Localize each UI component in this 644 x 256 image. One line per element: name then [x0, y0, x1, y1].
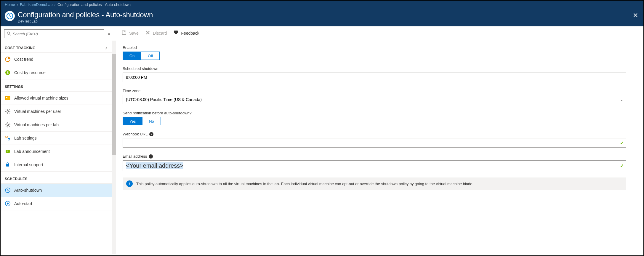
- collapse-sidebar-button[interactable]: «: [106, 31, 112, 36]
- webhook-label-text: Webhook URL: [123, 132, 148, 136]
- info-icon[interactable]: i: [149, 154, 153, 159]
- sidebar-item-label: Cost by resource: [14, 70, 46, 75]
- chevron-up-icon[interactable]: ∧: [105, 46, 108, 50]
- breadcrumb-sep: ›: [17, 2, 18, 7]
- sidebar-item-label: Lab announcement: [14, 149, 50, 154]
- toolbar: Save Discard Feedback: [116, 26, 643, 40]
- svg-point-1: [7, 32, 10, 34]
- section-title: COST TRACKING: [5, 46, 36, 50]
- sidebar-item-label: Auto-shutdown: [14, 188, 42, 193]
- sidebar-item-auto-shutdown[interactable]: Auto-shutdown: [1, 184, 112, 197]
- section-settings: SETTINGS: [1, 79, 112, 92]
- breadcrumb-current: Configuration and policies - Auto-shutdo…: [57, 2, 131, 7]
- breadcrumb-home[interactable]: Home: [5, 2, 15, 7]
- svg-point-27: [8, 138, 10, 140]
- breadcrumb-lab[interactable]: FabrikamDemoLab: [20, 2, 53, 7]
- support-icon: [5, 162, 11, 168]
- notify-no[interactable]: No: [142, 117, 161, 125]
- svg-line-22: [6, 123, 7, 124]
- svg-line-14: [9, 113, 9, 113]
- feedback-button[interactable]: Feedback: [173, 30, 199, 36]
- email-label-text: Email address: [123, 154, 147, 159]
- sidebar-item-label: Auto-start: [14, 201, 32, 206]
- sidebar-item-vms-per-lab[interactable]: Virtual machines per lab: [1, 118, 112, 132]
- svg-line-25: [9, 123, 9, 124]
- search-box[interactable]: [4, 29, 104, 38]
- svg-marker-33: [7, 202, 9, 205]
- close-button[interactable]: ✕: [633, 12, 638, 19]
- sidebar-item-label: Virtual machines per user: [14, 109, 61, 114]
- chart-icon: [5, 56, 11, 62]
- scheduled-shutdown-input[interactable]: [123, 73, 626, 82]
- notify-toggle[interactable]: Yes No: [123, 117, 161, 125]
- discard-button[interactable]: Discard: [145, 30, 167, 36]
- page-subtitle: DevTest Lab: [18, 19, 153, 23]
- section-cost-tracking: COST TRACKING ∧: [1, 41, 112, 53]
- gear-icon: [5, 122, 11, 128]
- svg-rect-7: [6, 97, 7, 98]
- timezone-value[interactable]: [123, 95, 626, 104]
- feedback-label: Feedback: [181, 31, 199, 36]
- sidebar-item-cost-by-resource[interactable]: $ Cost by resource: [1, 66, 112, 79]
- info-icon[interactable]: i: [149, 132, 153, 136]
- timezone-label: Time zone: [123, 89, 626, 93]
- page-title: Configuration and policies - Auto-shutdo…: [18, 11, 153, 19]
- main-content: Save Discard Feedback Enabled On: [116, 26, 643, 254]
- section-title: SETTINGS: [5, 85, 23, 89]
- clock-icon: [5, 187, 11, 193]
- breadcrumb-sep: ›: [55, 2, 56, 7]
- search-input[interactable]: [13, 32, 101, 36]
- webhook-input[interactable]: [123, 138, 626, 148]
- webhook-label: Webhook URL i: [123, 132, 626, 136]
- sidebar-item-lab-settings[interactable]: Lab settings: [1, 132, 112, 145]
- discard-icon: [145, 30, 150, 36]
- settings-icon: [5, 135, 11, 141]
- email-input[interactable]: <Your email address>: [123, 160, 626, 171]
- blade-header: Configuration and policies - Auto-shutdo…: [1, 9, 643, 26]
- svg-point-17: [7, 124, 9, 126]
- sidebar-item-label: Allowed virtual machine sizes: [14, 96, 68, 100]
- svg-rect-6: [5, 96, 10, 100]
- svg-line-23: [9, 126, 9, 127]
- heart-icon: [173, 30, 179, 36]
- scrollbar-track[interactable]: [112, 41, 116, 254]
- sidebar-item-auto-start[interactable]: Auto-start: [1, 197, 112, 210]
- timezone-select[interactable]: ⌄: [123, 95, 626, 104]
- sidebar-item-internal-support[interactable]: Internal support: [1, 158, 112, 172]
- sidebar-item-cost-trend[interactable]: Cost trend: [1, 53, 112, 66]
- email-value: <Your email address>: [126, 162, 183, 169]
- search-icon: [7, 31, 11, 36]
- info-text: This policy automatically applies auto-s…: [136, 182, 473, 186]
- section-schedules: SCHEDULES: [1, 172, 112, 184]
- svg-line-16: [9, 110, 9, 110]
- save-label: Save: [129, 31, 139, 36]
- sidebar-item-lab-announcement[interactable]: ! Lab announcement: [1, 145, 112, 158]
- svg-line-15: [6, 113, 7, 113]
- check-icon: ✓: [620, 163, 624, 169]
- enabled-toggle[interactable]: On Off: [123, 52, 160, 60]
- discard-label: Discard: [153, 31, 167, 36]
- sidebar-item-allowed-vm-sizes[interactable]: Allowed virtual machine sizes: [1, 92, 112, 105]
- sidebar-item-label: Cost trend: [14, 57, 33, 62]
- sidebar-item-label: Virtual machines per lab: [14, 122, 59, 127]
- clock-icon: [5, 11, 15, 21]
- close-icon: ✕: [633, 12, 638, 19]
- svg-point-8: [7, 111, 9, 112]
- sidebar: « COST TRACKING ∧ Cost trend: [1, 26, 116, 254]
- scrollbar-thumb[interactable]: [112, 54, 116, 155]
- enabled-off[interactable]: Off: [141, 52, 159, 60]
- svg-line-2: [9, 34, 11, 35]
- sidebar-item-label: Lab settings: [14, 136, 37, 140]
- check-icon: ✓: [620, 140, 624, 146]
- sidebar-item-vms-per-user[interactable]: Virtual machines per user: [1, 105, 112, 118]
- enabled-on[interactable]: On: [123, 52, 141, 60]
- save-button[interactable]: Save: [121, 30, 139, 36]
- info-bar: i This policy automatically applies auto…: [123, 177, 626, 190]
- gear-icon: [5, 108, 11, 114]
- enabled-label: Enabled: [123, 45, 626, 50]
- info-icon: i: [126, 180, 133, 187]
- svg-line-24: [6, 126, 7, 127]
- svg-text:!: !: [7, 150, 8, 153]
- section-title: SCHEDULES: [5, 177, 28, 181]
- notify-yes[interactable]: Yes: [123, 117, 142, 125]
